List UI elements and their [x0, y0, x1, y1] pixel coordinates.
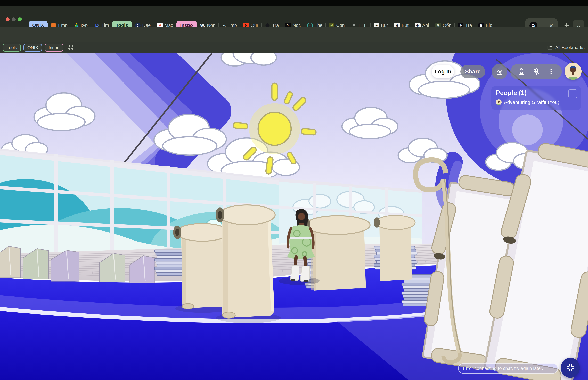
- people-panel: People (1) Adventuring Giraffe (You): [491, 86, 581, 110]
- collapse-fullscreen-button[interactable]: [561, 358, 580, 378]
- window-titlebar: [0, 0, 588, 6]
- black-dot-icon: [266, 23, 270, 27]
- chat-input[interactable]: [458, 363, 558, 374]
- people-title: People (1): [496, 89, 577, 97]
- bookmark-chips: ToolsONIXInspo: [3, 44, 73, 52]
- traffic-light-close[interactable]: [6, 17, 10, 21]
- more-kebab-icon[interactable]: [548, 68, 555, 75]
- avatar-portrait-icon: [565, 63, 582, 80]
- mic-off-icon[interactable]: [532, 68, 540, 76]
- scene-toolbar: [511, 64, 562, 79]
- bookmarks-bar: ToolsONIXInspo All Bookmarks: [0, 42, 588, 53]
- bookmark-chip-tools[interactable]: Tools: [3, 44, 21, 52]
- bookmark-apps-grid-icon[interactable]: [68, 45, 73, 50]
- storefront-icon: [495, 68, 504, 76]
- bookmark-chip-inspo[interactable]: Inspo: [45, 44, 63, 52]
- folder-icon: [547, 45, 553, 51]
- tab-strip: ONIXEmpкурDTimTools❯DeePMagInspoW.Non∞Im…: [0, 6, 588, 27]
- bookmarks-separator: [543, 45, 543, 51]
- member-avatar: [496, 99, 502, 105]
- all-bookmarks-label: All Bookmarks: [555, 45, 585, 50]
- storefront-button[interactable]: [492, 64, 507, 79]
- bookmark-chip-onix[interactable]: ONIX: [23, 44, 42, 52]
- share-button[interactable]: Share: [460, 65, 485, 78]
- drive-icon: [74, 23, 79, 28]
- collapse-arrows-icon: [566, 363, 575, 372]
- user-avatar[interactable]: [565, 63, 582, 80]
- traffic-light-minimize[interactable]: [12, 17, 16, 21]
- member-name: Adventuring Giraffe (You): [504, 99, 559, 105]
- traffic-light-zoom[interactable]: [18, 17, 22, 21]
- all-bookmarks[interactable]: All Bookmarks: [543, 44, 585, 52]
- people-member-row[interactable]: Adventuring Giraffe (You): [496, 99, 577, 105]
- backpack-icon[interactable]: [518, 68, 525, 76]
- spatial-3d-scene[interactable]: Log In Share People (1) Adventuring: [0, 53, 588, 380]
- login-button[interactable]: Log In: [432, 65, 454, 78]
- people-expand-button[interactable]: [568, 89, 577, 98]
- browser-toolbar: ← → ↻ spatial.io/s/Eco-Paper-Flour-67a4a…: [0, 27, 588, 42]
